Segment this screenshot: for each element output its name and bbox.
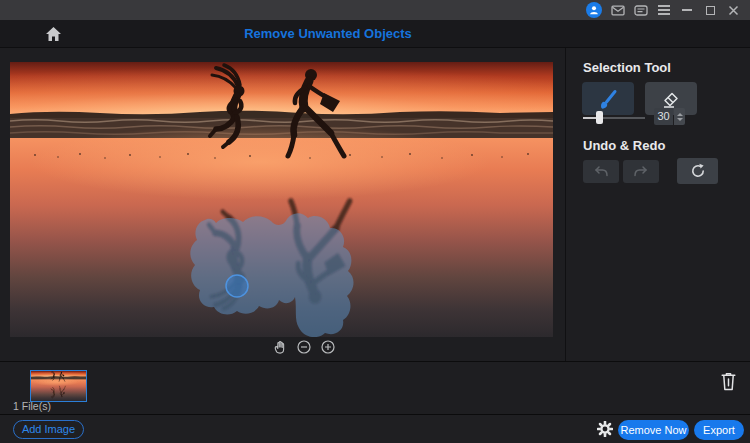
- menu-icon[interactable]: [657, 3, 671, 17]
- titlebar-icons: [586, 2, 750, 18]
- tool-panel: Selection Tool 30 Undo &: [566, 48, 750, 361]
- brush-cursor: [226, 275, 248, 297]
- reset-button[interactable]: [677, 158, 718, 184]
- reset-icon: [690, 163, 706, 179]
- app-window: Remove Unwanted Objects: [0, 0, 750, 443]
- redo-button[interactable]: [623, 160, 659, 183]
- canvas-controls: [272, 339, 335, 355]
- eraser-icon: [660, 88, 682, 110]
- image-thumbnail[interactable]: [30, 370, 87, 402]
- photo-canvas[interactable]: [10, 62, 553, 337]
- mail-icon[interactable]: [611, 3, 625, 17]
- brush-size-stepper[interactable]: [674, 108, 685, 125]
- close-icon[interactable]: [726, 3, 740, 17]
- beach-photo[interactable]: [10, 62, 553, 337]
- brush-size-input[interactable]: 30: [654, 108, 673, 125]
- redo-icon: [633, 165, 649, 178]
- brush-icon: [597, 88, 619, 110]
- brush-tool-button[interactable]: [582, 82, 634, 115]
- window-titlebar: [0, 0, 750, 20]
- zoom-in-icon[interactable]: [321, 340, 335, 354]
- feedback-icon[interactable]: [634, 3, 648, 17]
- file-strip: 1 File(s): [0, 361, 750, 414]
- remove-now-button[interactable]: Remove Now: [618, 420, 689, 440]
- account-avatar-icon[interactable]: [586, 2, 602, 18]
- file-count-label: 1 File(s): [13, 400, 51, 412]
- delete-trash-icon[interactable]: [720, 371, 737, 391]
- nav-bar: Remove Unwanted Objects: [0, 20, 750, 48]
- selection-tool-label: Selection Tool: [583, 60, 671, 75]
- stepper-down-icon[interactable]: [677, 118, 683, 121]
- settings-gear-icon[interactable]: [597, 421, 613, 437]
- minimize-icon[interactable]: [680, 3, 694, 17]
- maximize-icon[interactable]: [703, 3, 717, 17]
- pan-hand-icon[interactable]: [272, 339, 287, 355]
- export-button[interactable]: Export: [694, 420, 744, 440]
- undo-icon: [593, 165, 609, 178]
- footer-bar: Add Image Remove Now Export: [0, 414, 750, 443]
- undo-button[interactable]: [583, 160, 619, 183]
- add-image-button[interactable]: Add Image: [13, 420, 84, 439]
- zoom-out-icon[interactable]: [297, 340, 311, 354]
- brush-size-slider[interactable]: [583, 117, 645, 119]
- page-title: Remove Unwanted Objects: [0, 20, 656, 48]
- slider-handle[interactable]: [596, 111, 603, 124]
- undo-redo-label: Undo & Redo: [583, 138, 665, 153]
- stepper-up-icon[interactable]: [677, 113, 683, 116]
